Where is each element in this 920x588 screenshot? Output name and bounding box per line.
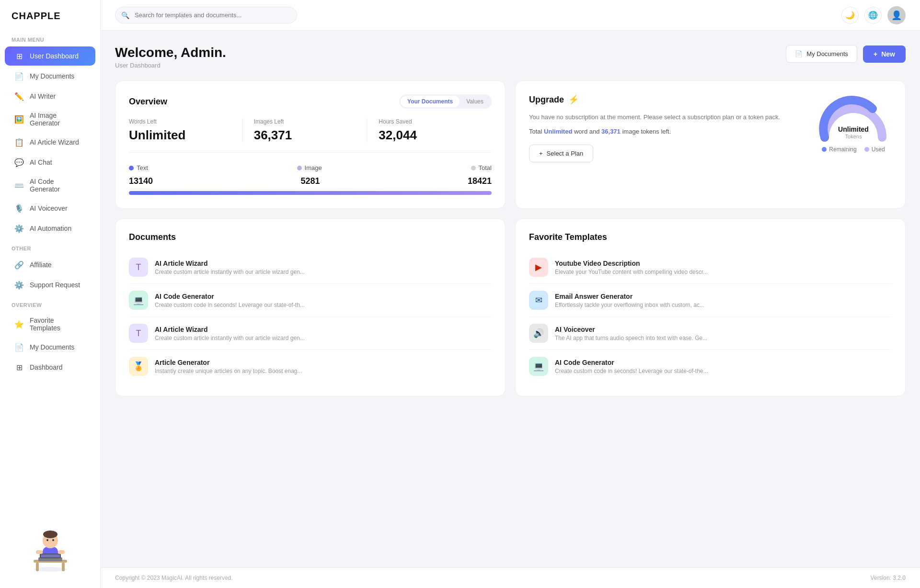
sidebar-item-favorite-templates[interactable]: ⭐ Favorite Templates xyxy=(5,312,95,337)
favorites-card: Favorite Templates ▶ Youtube Video Descr… xyxy=(515,218,906,396)
fav-desc-fav1: Elevate your YouTube content with compel… xyxy=(555,269,892,275)
text-count: 13140 xyxy=(129,176,153,186)
new-button[interactable]: + New xyxy=(863,45,906,63)
main-content: 🔍 🌙 🌐 👤 Welcome, Admin. User Dashboard 📄… xyxy=(101,0,920,588)
tab-your-documents[interactable]: Your Documents xyxy=(401,96,460,107)
sidebar-label-my-documents: My Documents xyxy=(30,72,74,80)
doc-icon-doc2: 💻 xyxy=(129,291,148,310)
sidebar-icon-ai-writer: ✏️ xyxy=(14,91,24,101)
sidebar-icon-dashboard: ⊞ xyxy=(14,362,24,372)
svg-text:Unlimited: Unlimited xyxy=(838,125,869,133)
svg-rect-12 xyxy=(36,550,43,554)
content-area: Welcome, Admin. User Dashboard 📄 My Docu… xyxy=(101,31,920,567)
sidebar-item-ai-chat[interactable]: 💬 AI Chat xyxy=(5,153,95,172)
fav-desc-fav3: The AI app that turns audio speech into … xyxy=(555,335,892,341)
fav-info-fav4: AI Code Generator Create custom code in … xyxy=(555,359,892,374)
usage-bar xyxy=(129,191,492,195)
fav-item-fav2[interactable]: ✉ Email Answer Generator Effortlessly ta… xyxy=(529,284,892,317)
tokens-text1: Total xyxy=(529,128,542,135)
tab-pills: Your Documents Values xyxy=(399,94,492,109)
upgrade-card: Upgrade ⚡ You have no subscription at th… xyxy=(515,80,906,209)
sidebar-item-ai-writer[interactable]: ✏️ AI Writer xyxy=(5,87,95,106)
sidebar-item-user-dashboard[interactable]: ⊞ User Dashboard xyxy=(5,46,95,66)
fav-icon-fav3: 🔊 xyxy=(529,324,548,343)
overview-card: Overview Your Documents Values Words Lef… xyxy=(115,80,506,209)
usage-counts: 13140 5281 18421 xyxy=(129,176,492,186)
footer: Copyright © 2023 MagicAI. All rights res… xyxy=(101,567,920,588)
sidebar-item-ai-code-generator[interactable]: ⌨️ AI Code Generator xyxy=(5,173,95,198)
dark-mode-button[interactable]: 🌙 xyxy=(841,7,859,24)
language-button[interactable]: 🌐 xyxy=(864,7,882,24)
svg-point-6 xyxy=(43,531,58,538)
svg-rect-11 xyxy=(41,554,60,557)
doc-item-doc1[interactable]: T AI Article Wizard Create custom articl… xyxy=(129,251,492,284)
text-usage: Text xyxy=(129,164,148,171)
sidebar-item-affiliate[interactable]: 🔗 Affiliate xyxy=(5,255,95,274)
used-dot xyxy=(864,147,869,152)
header-right: 🌙 🌐 👤 xyxy=(841,6,906,24)
sidebar-icon-ai-automation: ⚙️ xyxy=(14,224,24,233)
upgrade-emoji: ⚡ xyxy=(568,95,579,104)
sidebar-item-ai-image-generator[interactable]: 🖼️ AI Image Generator xyxy=(5,107,95,132)
images-label: Images Left xyxy=(254,118,356,125)
image-dot xyxy=(297,166,302,170)
fav-icon-fav1: ▶ xyxy=(529,258,548,277)
my-documents-button[interactable]: 📄 My Documents xyxy=(786,45,857,63)
sidebar-icon-my-documents: 📄 xyxy=(14,71,24,81)
sidebar-item-ai-voiceover[interactable]: 🎙️ AI Voiceover xyxy=(5,199,95,218)
documents-card: Documents T AI Article Wizard Create cus… xyxy=(115,218,506,396)
documents-list: T AI Article Wizard Create custom articl… xyxy=(129,251,492,383)
overview-header: Overview Your Documents Values xyxy=(129,94,492,109)
documents-title: Documents xyxy=(129,232,492,242)
doc-name-doc1: AI Article Wizard xyxy=(155,260,492,267)
select-plan-button[interactable]: + Select a Plan xyxy=(529,145,593,162)
sidebar-icon-ai-chat: 💬 xyxy=(14,158,24,167)
tokens-highlight1: Unlimited xyxy=(544,128,572,135)
sidebar-item-my-documents[interactable]: 📄 My Documents xyxy=(5,67,95,86)
svg-rect-3 xyxy=(62,563,65,571)
doc-item-doc2[interactable]: 💻 AI Code Generator Create custom code i… xyxy=(129,284,492,317)
search-bar[interactable]: 🔍 xyxy=(115,7,297,23)
hours-label: Hours Saved xyxy=(379,118,480,125)
doc-info-doc1: AI Article Wizard Create custom article … xyxy=(155,260,492,275)
favorites-title: Favorite Templates xyxy=(529,232,892,242)
remaining-legend: Remaining xyxy=(822,146,856,153)
svg-text:Tokens: Tokens xyxy=(845,134,862,139)
search-input[interactable] xyxy=(115,7,297,23)
fav-item-fav3[interactable]: 🔊 AI Voiceover The AI app that turns aud… xyxy=(529,317,892,350)
doc-item-doc4[interactable]: 🏅 Article Generator Instantly create uni… xyxy=(129,350,492,383)
used-label: Used xyxy=(872,146,885,153)
sidebar-item-ai-article-wizard[interactable]: 📋 AI Article Wizard xyxy=(5,133,95,152)
words-value: Unlimited xyxy=(129,128,230,143)
sidebar-item-my-documents-2[interactable]: 📄 My Documents xyxy=(5,338,95,357)
sidebar-icon-ai-article-wizard: 📋 xyxy=(14,137,24,147)
sidebar-label-favorite-templates: Favorite Templates xyxy=(30,317,86,332)
usage-section: Text Image Total 13140 5281 xyxy=(129,164,492,195)
images-value: 36,371 xyxy=(254,128,356,143)
gauge-chart: Unlimited Tokens xyxy=(815,94,892,142)
page-subtitle: User Dashboard xyxy=(115,62,226,69)
used-legend: Used xyxy=(864,146,885,153)
fav-item-fav1[interactable]: ▶ Youtube Video Description Elevate your… xyxy=(529,251,892,284)
tokens-text3: image tokens left. xyxy=(622,128,671,135)
fav-item-fav4[interactable]: 💻 AI Code Generator Create custom code i… xyxy=(529,350,892,383)
plus-icon-plan: + xyxy=(539,150,543,157)
doc-icon-doc4: 🏅 xyxy=(129,357,148,376)
doc-item-doc3[interactable]: T AI Article Wizard Create custom articl… xyxy=(129,317,492,350)
image-count: 5281 xyxy=(300,176,320,186)
avatar[interactable]: 👤 xyxy=(887,6,906,24)
sidebar-item-dashboard[interactable]: ⊞ Dashboard xyxy=(5,358,95,377)
overview-title: Overview xyxy=(129,97,167,107)
doc-name-doc3: AI Article Wizard xyxy=(155,326,492,333)
total-dot xyxy=(471,166,476,170)
upgrade-right: Unlimited Tokens Remaining Used xyxy=(815,94,892,162)
sidebar-item-support-request[interactable]: ⚙️ Support Request xyxy=(5,275,95,294)
sidebar-icon-support-request: ⚙️ xyxy=(14,280,24,290)
sidebar-icon-ai-image-generator: 🖼️ xyxy=(14,114,24,124)
sidebar-icon-user-dashboard: ⊞ xyxy=(14,51,24,61)
sidebar-label-user-dashboard: User Dashboard xyxy=(30,52,79,60)
sidebar-item-ai-automation[interactable]: ⚙️ AI Automation xyxy=(5,219,95,238)
main-menu-label: MAIN MENU xyxy=(0,30,100,45)
cards-row: Overview Your Documents Values Words Lef… xyxy=(115,80,906,209)
tab-values[interactable]: Values xyxy=(460,96,490,107)
